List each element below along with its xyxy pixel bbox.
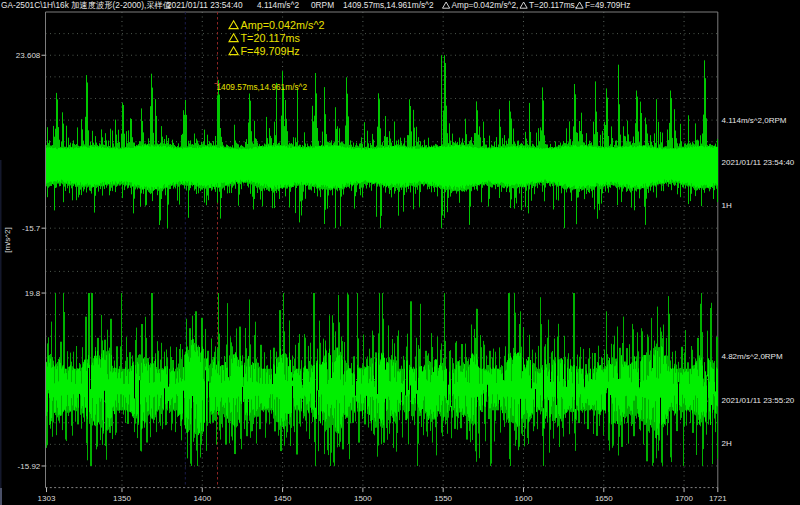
svg-text:-15.7: -15.7: [22, 224, 41, 233]
svg-text:1409.57ms,14.961m/s^2: 1409.57ms,14.961m/s^2: [217, 82, 308, 92]
svg-text:2021/01/11 23:54:40: 2021/01/11 23:54:40: [722, 158, 795, 167]
svg-text:1550: 1550: [434, 494, 452, 503]
svg-text:GA-2501C\1H\16k 加速度波形(2-2000),: GA-2501C\1H\16k 加速度波形(2-2000),采样值: [1, 0, 171, 10]
svg-text:F=49.709Hz: F=49.709Hz: [585, 0, 630, 10]
svg-text:2H: 2H: [722, 439, 732, 448]
svg-text:1721: 1721: [709, 494, 727, 503]
svg-text:1600: 1600: [515, 494, 533, 503]
svg-text:1H: 1H: [722, 201, 732, 210]
svg-text:[m/s^2]: [m/s^2]: [3, 227, 12, 253]
svg-text:1700: 1700: [675, 494, 693, 503]
svg-text:-15.92: -15.92: [18, 462, 41, 471]
svg-text:4.114m/s^2: 4.114m/s^2: [257, 0, 299, 10]
svg-text:4.114m/s^2,0RPM: 4.114m/s^2,0RPM: [722, 116, 787, 125]
svg-text:19.8: 19.8: [25, 289, 41, 298]
svg-text:1500: 1500: [354, 494, 372, 503]
svg-text:Amp=0.042m/s^2: Amp=0.042m/s^2: [241, 19, 325, 31]
svg-text:23.608: 23.608: [16, 51, 41, 60]
svg-text:4.82m/s^2,0RPM: 4.82m/s^2,0RPM: [722, 352, 783, 361]
svg-text:T=20.117ms: T=20.117ms: [241, 32, 301, 44]
svg-text:T=20.117ms,: T=20.117ms,: [529, 0, 577, 10]
svg-text:2021/01/11 23:55:20: 2021/01/11 23:55:20: [722, 396, 795, 405]
svg-text:1303: 1303: [38, 494, 56, 503]
svg-text:1409.57ms,14.961m/s^2: 1409.57ms,14.961m/s^2: [343, 0, 434, 10]
svg-text:F=49.709Hz: F=49.709Hz: [241, 45, 300, 57]
svg-text:1450: 1450: [274, 494, 292, 503]
svg-text:1650: 1650: [595, 494, 613, 503]
svg-text:0RPM: 0RPM: [311, 0, 334, 10]
svg-text:1350: 1350: [113, 494, 131, 503]
svg-text:Amp=0.042m/s^2,: Amp=0.042m/s^2,: [452, 0, 519, 10]
svg-text:1400: 1400: [193, 494, 211, 503]
svg-text:2021/01/11 23:54:40: 2021/01/11 23:54:40: [167, 0, 243, 10]
